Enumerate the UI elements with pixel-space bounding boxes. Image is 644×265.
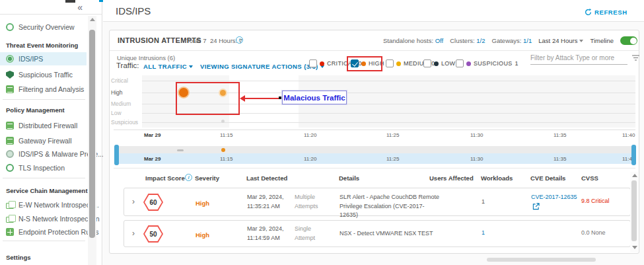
sidebar-item-gateway-firewall[interactable]: Gateway Firewall (0, 134, 87, 147)
gridline (142, 81, 635, 81)
sidebar-item-tls-inspection[interactable]: TLS Inspection (0, 161, 87, 174)
refresh-label: REFRESH (594, 9, 627, 16)
sidebar-item-label: Gateway Firewall (18, 137, 72, 145)
sidebar-scrollbar-thumb[interactable] (89, 30, 95, 238)
sidebar-section-settings: Settings (6, 254, 30, 261)
critical-dot-icon (320, 61, 324, 66)
sidebar-item-label: Filtering and Analysis (18, 85, 84, 93)
viewing-signature-actions-dropdown[interactable]: VIEWING SIGNATURE ACTIONS (3/3) (200, 63, 324, 70)
clusters-value[interactable]: 1/2 (476, 37, 485, 44)
scrubber-tick: 11:35 (554, 156, 566, 162)
horizontal-scrollbar-thumb[interactable] (487, 258, 596, 262)
impact-score-info-icon[interactable]: i (185, 174, 192, 181)
refresh-button[interactable]: REFRESH (585, 9, 627, 16)
attack-type-filter-input[interactable]: Filter by Attack Type or more (530, 51, 627, 65)
sidebar-divider (3, 241, 85, 241)
workloads-value[interactable]: 1 (482, 198, 485, 207)
overview-point (177, 149, 184, 151)
checkbox-medium[interactable] (386, 59, 394, 67)
checkbox-low[interactable] (423, 59, 431, 67)
ns-network-introspection-icon (6, 217, 14, 223)
external-link-icon[interactable] (532, 203, 540, 210)
attempt-frequency: Multiple Attempts (295, 193, 325, 211)
table-row[interactable]: › 60 High Mar 29, 2024, 11:35:21 AM Mult… (124, 188, 631, 216)
sidebar: « Security Overview Threat Event Monitor… (0, 0, 102, 265)
scrubber-handle-left[interactable] (114, 145, 119, 165)
security-overview-icon (6, 23, 14, 31)
sidebar-item-security-overview[interactable]: Security Overview (0, 20, 87, 34)
checkbox-critical[interactable] (309, 59, 317, 67)
sidebar-section-policy-management: Policy Management (6, 106, 65, 114)
sidebar-section-threat-event-monitoring: Threat Event Monitoring (6, 42, 78, 49)
sidebar-item-filtering-analysis[interactable]: Filtering and Analysis (0, 83, 87, 96)
suspicious-traffic-icon (6, 71, 14, 79)
table-row[interactable]: › 50 High Mar 29, 2024, 11:14:59 AM Sing… (124, 220, 631, 247)
chart-row-label-critical: Critical (111, 77, 128, 84)
sidebar-item-ns-network-introspection[interactable]: N-S Network Introspection (0, 212, 87, 225)
filtering-analysis-icon (6, 85, 14, 93)
sidebar-item-distributed-firewall[interactable]: Distributed Firewall (0, 119, 87, 132)
scrubber-tick: 11:15 (220, 156, 233, 162)
tls-inspection-icon (6, 164, 14, 172)
app-window: « Security Overview Threat Event Monitor… (0, 0, 644, 265)
sidebar-item-suspicious-traffic[interactable]: Suspicious Traffic (0, 68, 87, 81)
axis-tick: 11:25 (386, 132, 399, 138)
gateways-value[interactable]: 1/1 (523, 37, 532, 44)
impact-score-badge: 60 (143, 194, 163, 211)
workloads-value[interactable]: 1 (482, 229, 485, 236)
scrubber-tick: 11:30 (470, 156, 483, 162)
chart-row-label-medium: Medium (111, 100, 131, 107)
sidebar-item-endpoint-protection-rules[interactable]: Endpoint Protection Rules (0, 225, 87, 239)
table-scrollbar-thumb[interactable] (631, 180, 637, 241)
traffic-filter-dropdown[interactable]: ALL TRAFFIC (143, 63, 193, 70)
info-icon[interactable]: i (236, 36, 243, 44)
annotation-anchor-dot (279, 96, 281, 99)
gateways-label: Gateways: 1/1 (492, 37, 532, 44)
col-details[interactable]: Details (339, 174, 359, 182)
scroll-up-icon[interactable] (90, 18, 95, 21)
expand-chevron-icon[interactable]: › (132, 197, 135, 206)
filter-funnel-icon[interactable] (631, 55, 640, 62)
cve-link[interactable]: CVE-2017-12635 (531, 194, 577, 200)
gridline (142, 122, 635, 123)
checkbox-suspicious[interactable] (456, 59, 464, 67)
scroll-down-icon[interactable] (632, 246, 637, 249)
sidebar-collapse-icon[interactable]: « (77, 2, 83, 13)
sidebar-item-ew-network-introspection[interactable]: E-W Network Introspecti... (0, 198, 87, 211)
col-users-affected[interactable]: Users Affected (429, 174, 474, 182)
sidebar-divider (3, 178, 85, 178)
panel-header-right: Standalone hosts: Off Clusters: 1/2 Gate… (383, 36, 637, 45)
browser-artifact (65, 0, 75, 3)
sidebar-item-label: Security Overview (18, 23, 75, 31)
scrubber-handle-right[interactable] (631, 145, 636, 165)
standalone-hosts-value[interactable]: Off (435, 37, 444, 44)
timeline-toggle[interactable] (620, 36, 637, 45)
annotation-highlight-high-filter (347, 56, 382, 71)
axis-border (114, 130, 635, 130)
sidebar-item-ids-ips-malware-prevention[interactable]: IDS/IPS & Malware Preve... (0, 147, 87, 161)
malicious-traffic-callout: Malacious Traffic (282, 91, 347, 104)
scroll-up-icon[interactable] (632, 174, 637, 177)
severity-value: High (196, 200, 209, 207)
col-cvss[interactable]: CVSS (581, 174, 598, 182)
details-value: SLR Alert - Apache CouchDB Remote Privil… (340, 193, 440, 220)
col-severity[interactable]: Severity (195, 174, 219, 182)
annotation-highlight-chart-points (176, 82, 240, 115)
scrubber-tick: 11:25 (386, 156, 399, 162)
medium-dot-icon (396, 61, 401, 66)
col-cve-details[interactable]: CVE Details (530, 174, 565, 182)
sidebar-item-ids-ips[interactable]: IDS/IPS (0, 52, 87, 65)
severity-value: High (196, 231, 209, 239)
annotation-arrowhead (240, 95, 245, 102)
severity-filter-suspicious[interactable]: SUSPICIOUS 1 (456, 59, 519, 67)
ew-network-introspection-icon (6, 203, 14, 209)
col-workloads[interactable]: Workloads (481, 174, 513, 182)
endpoint-protection-icon (6, 228, 14, 236)
expand-chevron-icon[interactable]: › (132, 229, 135, 238)
sidebar-item-label: Endpoint Protection Rules (18, 228, 98, 236)
col-last-detected[interactable]: Last Detected (246, 174, 287, 182)
time-range-dropdown[interactable]: Last 24 Hours (538, 37, 583, 44)
col-impact-score[interactable]: Impact Score (145, 174, 185, 182)
timeline-overview-strip[interactable] (116, 146, 635, 153)
sidebar-item-label: Distributed Firewall (18, 122, 77, 130)
